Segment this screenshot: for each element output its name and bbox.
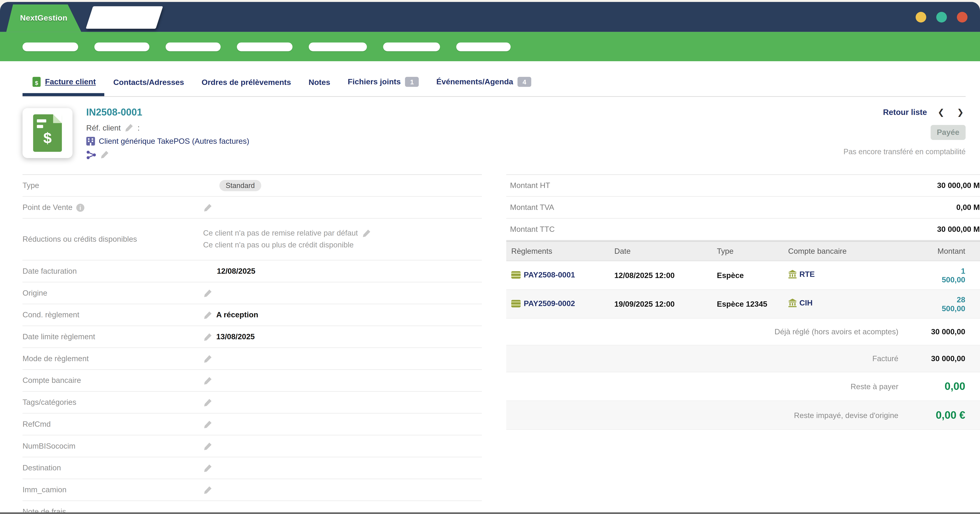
bank-account-link[interactable]: CIH (788, 298, 813, 307)
table-row-tags: Tags/catégories (22, 392, 482, 414)
menu-item-placeholder[interactable] (383, 42, 440, 51)
tab-fichiers-joints[interactable]: Fichiers joints 1 (339, 77, 428, 96)
invoice-thumbnail-card: $ (22, 108, 73, 158)
status-line: Payée (703, 125, 966, 140)
table-row-note-de-frais: Note de frais (22, 501, 482, 512)
row-label: NumBISococim (22, 442, 203, 451)
edit-icon[interactable] (203, 441, 212, 451)
amount-label: Montant HT (510, 181, 550, 190)
total-value: 30 000,00 (899, 354, 980, 363)
maximize-button[interactable] (936, 12, 947, 22)
discount-line-1: Ce client n'a pas de remise relative par… (203, 227, 358, 240)
record-header: $ IN2508-0001 Réf. client : Client génér… (22, 106, 966, 166)
edit-icon[interactable] (203, 288, 212, 298)
total-label: Reste à payer (506, 382, 899, 391)
amounts-and-payments: Montant HT 30 000,00 MAD Montant TVA 0,0… (506, 175, 980, 430)
table-row-date-limite: Date limite règlement 13/08/2025 (22, 326, 482, 348)
blank-browser-tab[interactable] (86, 6, 163, 29)
invoice-date-value: 12/08/2025 (217, 267, 255, 276)
table-row-origine: Origine (22, 282, 482, 304)
tab-evenements-agenda[interactable]: Événements/Agenda 4 (428, 77, 540, 96)
menu-item-placeholder[interactable] (22, 42, 78, 51)
prev-record-arrow[interactable]: ❮ (936, 108, 946, 117)
menu-item-placeholder[interactable] (94, 42, 150, 51)
status-badge: Payée (931, 125, 966, 140)
tab-label: Fichiers joints (348, 78, 401, 86)
tab-notes[interactable]: Notes (300, 78, 339, 96)
brand-name: NextGestion (20, 14, 67, 22)
total-label: Déjà réglé (hors avoirs et acomptes) (506, 327, 899, 336)
info-icon (76, 203, 84, 211)
close-button[interactable] (957, 12, 967, 22)
payment-link[interactable]: PAY2509-0002 (511, 299, 575, 308)
dollar-glyph: $ (33, 129, 62, 147)
edit-icon[interactable] (203, 420, 212, 429)
tab-label: Événements/Agenda (436, 78, 513, 86)
edit-icon[interactable] (362, 228, 371, 238)
title-bar: NextGestion (0, 2, 980, 32)
next-record-arrow[interactable]: ❯ (955, 108, 966, 117)
edit-icon[interactable] (203, 485, 212, 495)
row-label: Mode de règlement (22, 354, 203, 363)
discount-line-2: Ce client n'a pas ou plus de crédit disp… (203, 240, 353, 251)
bank-icon (788, 270, 797, 279)
menu-item-placeholder[interactable] (456, 42, 511, 51)
amount-value: 30 000,00 MAD (937, 225, 980, 233)
row-label: Date facturation (22, 267, 203, 276)
edit-ref-client-icon[interactable] (124, 123, 134, 132)
bank-account-link[interactable]: RTE (788, 270, 815, 279)
navigation-line: Retour liste ❮ ❯ (703, 108, 966, 117)
money-bill-icon (511, 300, 520, 307)
menu-item-placeholder[interactable] (165, 42, 220, 51)
app-window: NextGestion Facture clie (0, 2, 980, 512)
attachment-count-badge: 1 (405, 77, 419, 87)
row-label: Compte bancaire (22, 376, 203, 385)
amount-row-tva: Montant TVA 0,00 MAD (506, 197, 980, 219)
tab-label: Facture client (45, 78, 96, 86)
main-menu-bar (0, 32, 980, 61)
total-row-facture: Facturé 30 000,00 (506, 346, 980, 373)
project-line (86, 150, 703, 159)
table-row-imm-camion: Imm_camion (22, 479, 482, 501)
amount-label: Montant TTC (510, 225, 555, 233)
minimize-button[interactable] (916, 12, 926, 22)
edit-icon[interactable] (203, 310, 212, 319)
table-row-reductions: Réductions ou crédits disponibles Ce cli… (22, 219, 482, 260)
tab-facture-client[interactable]: Facture client (22, 77, 105, 96)
payment-date: 12/08/2025 12:00 (614, 271, 717, 279)
customer-line: Client générique TakePOS (Autres facture… (86, 137, 703, 146)
edit-icon[interactable] (203, 463, 212, 473)
edit-icon[interactable] (203, 376, 212, 385)
amount-value: 0,00 MAD (956, 203, 980, 212)
record-header-right: Retour liste ❮ ❯ Payée Pas encore transf… (703, 106, 966, 166)
col-header-reglements: Règlements (511, 247, 614, 255)
tab-contacts-adresses[interactable]: Contacts/Adresses (105, 78, 193, 96)
menu-item-placeholder[interactable] (237, 42, 293, 51)
total-row-reste-a-payer: Reste à payer 0,00 (506, 373, 980, 401)
payment-link[interactable]: PAY2508-0001 (511, 270, 575, 279)
discount-info: Ce client n'a pas de remise relative par… (203, 227, 371, 251)
edit-icon[interactable] (203, 398, 212, 407)
menu-item-placeholder[interactable] (309, 42, 367, 51)
card-tabs: Facture client Contacts/Adresses Ordres … (22, 61, 966, 97)
amount-value: 30 000,00 MAD (937, 181, 980, 190)
payment-terms-value: A réception (216, 310, 258, 319)
total-value: 30 000,00 (899, 327, 980, 336)
back-to-list-link[interactable]: Retour liste (883, 108, 927, 117)
row-label: Point de Vente (22, 203, 203, 212)
row-label: Tags/catégories (22, 398, 203, 406)
edit-icon[interactable] (203, 203, 212, 212)
edit-icon[interactable] (203, 332, 212, 341)
ref-client-label: Réf. client (86, 124, 121, 132)
tab-ordres-prelevements[interactable]: Ordres de prélèvements (193, 78, 300, 96)
customer-link[interactable]: Client générique TakePOS (Autres facture… (99, 137, 249, 146)
amount-label: Montant TVA (510, 203, 554, 212)
payments-table-header: Règlements Date Type Compte bancaire Mon… (506, 241, 980, 261)
remaining-to-pay-value: 0,00 (899, 380, 980, 393)
col-header-type: Type (717, 247, 788, 255)
row-label: Réductions ou crédits disponibles (22, 235, 203, 244)
tab-label: Notes (309, 78, 330, 87)
edit-icon[interactable] (203, 354, 212, 363)
table-row-destination: Destination (22, 457, 482, 479)
edit-project-icon[interactable] (100, 150, 109, 159)
